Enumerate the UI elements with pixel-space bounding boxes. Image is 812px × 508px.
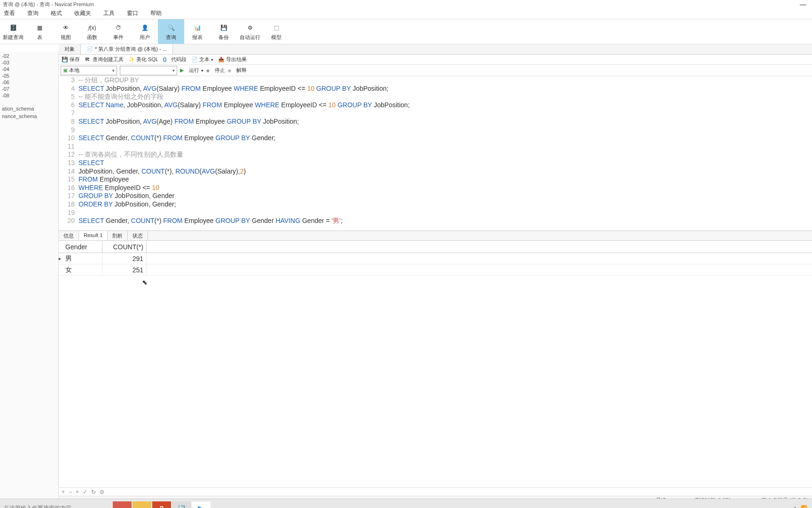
result-tab[interactable]: 状态: [128, 231, 148, 240]
builder-icon: 🛠: [85, 56, 91, 63]
record-nav-button[interactable]: −: [69, 489, 72, 495]
table-row[interactable]: 女251: [59, 264, 812, 276]
sidebar-item[interactable]: -06: [0, 79, 58, 86]
backup-icon: 💾: [218, 23, 229, 33]
tray-wifi-icon[interactable]: 📶: [801, 505, 807, 508]
ribbon-clock-button[interactable]: ⏱事件: [105, 19, 132, 44]
connection-dropdown[interactable]: ▣ 本地▾: [61, 66, 117, 75]
object-tree-sidebar[interactable]: -02-03-04-05-06-07-08ation_schemanance_s…: [0, 52, 59, 499]
ribbon-fx-button[interactable]: 𝑓(x)函数: [79, 19, 105, 44]
minimize-button[interactable]: —: [800, 0, 806, 8]
explain-icon: ⎆: [228, 68, 231, 73]
sidebar-item[interactable]: nance_schema: [0, 113, 58, 119]
line-gutter: 34567891011121314151617181920: [59, 76, 78, 230]
fx-icon: 𝑓(x): [86, 23, 98, 33]
record-nav-button[interactable]: ✓: [83, 489, 87, 495]
beautify-icon: ✨: [128, 56, 135, 63]
sidebar-item[interactable]: ation_schema: [0, 105, 58, 112]
stop-button[interactable]: ■ 停止: [206, 67, 225, 74]
result-tabstrip: 信息Result 1剖析状态: [59, 230, 812, 241]
sidebar-item[interactable]: -07: [0, 86, 58, 92]
code-area[interactable]: -- 分组，GROUP BYSELECT JobPosition, AVG(Sa…: [78, 76, 812, 230]
database-dropdown[interactable]: ▾: [120, 66, 177, 75]
record-nav-button[interactable]: ×: [76, 489, 79, 495]
ribbon-auto-button[interactable]: ⚙自动运行: [237, 19, 263, 44]
ribbon-view-button[interactable]: 👁视图: [53, 19, 79, 44]
result-tab[interactable]: 信息: [59, 231, 79, 240]
record-nav-toolbar: +−×✓↻⊘: [59, 487, 812, 496]
menu-item[interactable]: 查看: [4, 9, 15, 18]
ribbon-table-button[interactable]: ▦表: [26, 19, 53, 44]
query-builder-button[interactable]: 🛠查询创建工具: [85, 56, 124, 63]
ribbon-query-button[interactable]: 🔍查询: [158, 19, 184, 44]
explain-button[interactable]: ⎆ 解释: [228, 67, 247, 74]
record-nav-button[interactable]: ↻: [91, 489, 96, 495]
taskbar-app-media[interactable]: ▶: [192, 501, 211, 508]
menu-item[interactable]: 收藏夹: [74, 9, 91, 18]
query-icon: 🔍: [165, 23, 177, 33]
model-icon: ⬚: [271, 23, 282, 33]
plus-db-icon: 🗄️: [8, 23, 19, 33]
cell-count[interactable]: 251: [102, 264, 147, 275]
taskbar-app-explorer[interactable]: [133, 501, 151, 508]
tray-chevron-icon[interactable]: ∧: [793, 505, 797, 508]
sidebar-item[interactable]: -03: [0, 59, 58, 66]
document-tab[interactable]: 对象: [59, 44, 81, 54]
auto-icon: ⚙: [244, 23, 256, 33]
windows-taskbar[interactable]: 在这里输入你要搜索的内容 P 🔄 ▶ ∧ 📶: [0, 499, 812, 508]
user-icon: 👤: [139, 23, 150, 33]
column-header-count[interactable]: COUNT(*): [102, 241, 147, 253]
column-header-gender[interactable]: Gender: [62, 241, 102, 253]
taskbar-app-4[interactable]: 🔄: [172, 501, 191, 508]
result-grid[interactable]: Gender COUNT(*) ▸男291女251: [59, 241, 812, 276]
result-tab[interactable]: 剖析: [108, 231, 128, 240]
document-tab[interactable]: 📄* 第八章 分组查询 @ (本地) - ...: [81, 44, 173, 54]
menu-item[interactable]: 格式: [51, 9, 62, 18]
menu-item[interactable]: 窗口: [127, 9, 138, 18]
cell-count[interactable]: 291: [102, 253, 147, 264]
view-icon: 👁: [60, 23, 71, 33]
record-nav-button[interactable]: +: [62, 489, 65, 495]
table-row[interactable]: ▸男291: [59, 253, 812, 264]
save-icon: 💾: [62, 56, 68, 63]
menu-item[interactable]: 工具: [103, 9, 115, 18]
snippet-icon: (): [163, 56, 170, 63]
ribbon-plus-db-button[interactable]: 🗄️新建查询: [0, 19, 26, 44]
taskbar-app-1[interactable]: [113, 501, 132, 508]
grid-header: Gender COUNT(*): [59, 241, 812, 253]
menu-item[interactable]: 帮助: [150, 9, 162, 18]
text-button[interactable]: 📄文本 ▾: [191, 56, 213, 63]
ribbon-backup-button[interactable]: 💾备份: [211, 19, 237, 44]
window-titlebar: 查询 @ (本地) - 查询 - Navicat Premium —: [0, 0, 812, 8]
report-icon: 📊: [192, 23, 203, 33]
result-tab[interactable]: Result 1: [79, 231, 108, 240]
menubar: 查看查询格式收藏夹工具窗口帮助: [0, 8, 812, 19]
sidebar-item[interactable]: -08: [0, 92, 58, 99]
mouse-cursor: ⬉: [142, 278, 148, 286]
code-snippet-button[interactable]: ()代码段: [163, 56, 187, 63]
record-nav-button[interactable]: ⊘: [100, 489, 104, 495]
connection-toolbar: ▣ 本地▾ ▾ ▶ 运行 ▾ ■ 停止 ⎆ 解释: [59, 65, 812, 76]
sidebar-item[interactable]: -02: [0, 53, 58, 59]
query-icon: 📄: [86, 46, 93, 52]
cell-gender[interactable]: 女: [62, 264, 102, 275]
ribbon-user-button[interactable]: 👤用户: [132, 19, 158, 44]
run-button[interactable]: ▶ 运行 ▾: [180, 67, 203, 74]
sql-editor[interactable]: 34567891011121314151617181920 -- 分组，GROU…: [59, 76, 812, 230]
beautify-sql-button[interactable]: ✨美化 SQL: [128, 56, 158, 63]
query-toolbar: 💾保存 🛠查询创建工具 ✨美化 SQL ()代码段 📄文本 ▾ 📤导出结果: [59, 55, 812, 65]
save-button[interactable]: 💾保存: [62, 56, 80, 63]
ribbon-model-button[interactable]: ⬚模型: [263, 19, 289, 44]
export-results-button[interactable]: 📤导出结果: [218, 56, 247, 63]
ribbon-report-button[interactable]: 📊报表: [184, 19, 211, 44]
ribbon-toolbar: 🗄️新建查询▦表👁视图𝑓(x)函数⏱事件👤用户🔍查询📊报表💾备份⚙自动运行⬚模型: [0, 19, 812, 44]
export-icon: 📤: [218, 56, 225, 63]
cell-gender[interactable]: 男: [62, 253, 102, 264]
play-icon: ▶: [180, 67, 184, 73]
taskbar-search-input[interactable]: 在这里输入你要搜索的内容: [0, 502, 113, 508]
sidebar-item[interactable]: -04: [0, 66, 58, 72]
sidebar-item[interactable]: -05: [0, 72, 58, 79]
document-tabstrip: 对象📄* 第八章 分组查询 @ (本地) - ...: [59, 44, 812, 55]
taskbar-app-powerpoint[interactable]: P: [152, 501, 171, 508]
menu-item[interactable]: 查询: [27, 9, 39, 18]
